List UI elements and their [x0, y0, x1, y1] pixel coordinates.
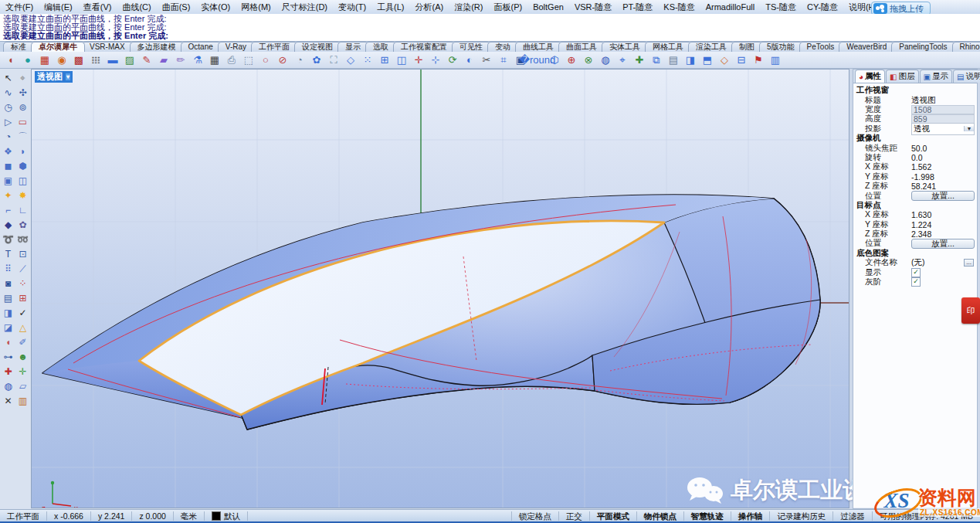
toolbar-icon[interactable]: ⊟	[733, 52, 750, 68]
toolbar-icon[interactable]: ⊗	[580, 52, 597, 68]
menu-item[interactable]: 查看(V)	[78, 2, 117, 12]
property-value[interactable]: 1.224	[911, 220, 931, 229]
toolbar-tab[interactable]: PanelingTools	[891, 42, 955, 52]
property-row[interactable]: 宽度 1508 ▼ ...	[856, 105, 975, 114]
tool-icon[interactable]: ✚	[1, 364, 15, 379]
tool-icon[interactable]: ▥	[15, 393, 30, 408]
toolbar-icon[interactable]: ◉	[53, 52, 70, 68]
panel-tab[interactable]: ◕ 属性	[855, 70, 885, 83]
menu-item[interactable]: BoltGen	[527, 2, 569, 12]
toolbar-icon[interactable]: ✂	[478, 52, 495, 68]
status-cell[interactable]: 智慧轨迹	[684, 511, 731, 521]
toolbar-tab[interactable]: VSR-MAX	[82, 42, 133, 52]
toolbar-icon[interactable]: ▨	[121, 52, 138, 68]
toolbar-tab[interactable]: 渲染工具	[688, 42, 734, 52]
toolbar-icon[interactable]: ▬	[104, 52, 121, 68]
tool-icon[interactable]: ▷	[1, 114, 15, 129]
toolbar-tab[interactable]: 变动	[487, 42, 518, 52]
browse-button[interactable]: ...	[964, 259, 974, 267]
tool-icon[interactable]: ⊚	[15, 100, 30, 114]
toolbar-icon[interactable]: ◨	[682, 52, 699, 68]
menu-item[interactable]: 实体(O)	[195, 2, 236, 12]
tool-icon[interactable]: ✕	[1, 393, 15, 408]
toolbar-tab[interactable]: 设定视图	[294, 42, 341, 52]
toolbar-icon[interactable]: ◇	[716, 52, 733, 68]
tool-icon[interactable]: ◖	[1, 335, 15, 349]
toolbar-icon[interactable]: ✛	[410, 52, 427, 68]
toolbar-icon[interactable]: ✎	[138, 52, 155, 68]
property-row[interactable]: Y 座标 1.224 ▼ ...	[856, 219, 975, 229]
toolbar-icon[interactable]: ⌗	[495, 52, 512, 68]
property-row[interactable]: 底色图案 ▼ ...	[856, 249, 975, 258]
tool-icon[interactable]: ➿	[15, 232, 30, 246]
toolbar-icon[interactable]: ⬒	[699, 52, 716, 68]
toolbar-tab[interactable]: WeaverBird	[839, 42, 894, 52]
toolbar-icon[interactable]: ▦	[36, 52, 53, 68]
toolbar-icon[interactable]: ✏	[172, 52, 189, 68]
toolbar-tab[interactable]: 标准	[3, 42, 34, 52]
toolbar-tab[interactable]: 5版功能	[759, 42, 802, 52]
property-row[interactable]: 镜头焦距 50.0 ▼ ...	[856, 143, 975, 152]
property-row[interactable]: Z 座标 58.241 ▼ ...	[856, 182, 975, 191]
tool-icon[interactable]: ▤	[1, 290, 15, 305]
property-row[interactable]: 位置 放置... ▼ ...	[856, 191, 975, 200]
menu-item[interactable]: 编辑(E)	[39, 2, 78, 12]
toolbar-icon[interactable]: ⟳	[444, 52, 461, 68]
toolbar-icon[interactable]: ✿	[308, 52, 325, 68]
property-value[interactable]: 放置...	[911, 191, 975, 201]
property-row[interactable]: 摄像机 ▼ ...	[856, 134, 975, 143]
tool-icon[interactable]: ✛	[15, 364, 30, 379]
toolbar-tab[interactable]: 曲线工具	[515, 42, 561, 52]
tool-icon[interactable]: ◗	[15, 144, 30, 158]
toolbar-tab[interactable]: 网格工具	[645, 42, 691, 52]
toolbar-icon[interactable]: ⎙	[223, 52, 240, 68]
tool-icon[interactable]: ↖	[1, 70, 15, 85]
tool-icon[interactable]: ⌐	[1, 202, 15, 217]
menu-item[interactable]: ArmadilloFull	[700, 2, 761, 12]
status-cell[interactable]: 物件锁点	[637, 511, 684, 521]
property-row[interactable]: X 座标 1.630 ▼ ...	[856, 210, 975, 219]
toolbar-icon[interactable]: ○	[257, 52, 274, 68]
status-cell[interactable]: y 2.241	[91, 511, 132, 521]
toolbar-icon[interactable]: ⛶	[325, 52, 342, 68]
menu-item[interactable]: 分析(A)	[410, 2, 449, 12]
tool-icon[interactable]: ❖	[1, 144, 15, 158]
toolbar-icon[interactable]: ◍	[597, 52, 614, 68]
tool-icon[interactable]: ✣	[15, 85, 30, 100]
tool-icon[interactable]: ▣	[1, 173, 15, 188]
toolbar-tab[interactable]: V-Ray	[218, 42, 254, 52]
menu-item[interactable]: TS-随意	[760, 2, 802, 12]
status-cell[interactable]: 默认	[205, 511, 248, 521]
status-cell[interactable]	[248, 511, 512, 521]
tool-icon[interactable]: △	[15, 320, 30, 335]
tool-icon[interactable]: ⌒	[15, 129, 30, 144]
toolbar-icon[interactable]: ◫	[393, 52, 410, 68]
property-row[interactable]: X 座标 1.562 ▼ ...	[856, 162, 975, 172]
property-row[interactable]: 显示 ✓ ▼ ...	[856, 267, 975, 277]
property-row[interactable]: Z 座标 2.348 ▼ ...	[856, 229, 975, 239]
panel-tab[interactable]: ▤ 说明	[953, 70, 980, 83]
panel-tab[interactable]: ▣ 显示	[920, 70, 952, 83]
tool-icon[interactable]: T	[1, 246, 15, 261]
tool-icon[interactable]: ◨	[1, 305, 15, 320]
property-value[interactable]: (无)	[911, 257, 964, 268]
tool-icon[interactable]: ⠿	[1, 261, 15, 276]
toolbar-icon[interactable]: �round	[529, 52, 546, 68]
toolbar-icon[interactable]: ▩	[70, 52, 87, 68]
surface-model[interactable]	[42, 147, 820, 430]
tool-icon[interactable]: ▱	[15, 379, 30, 393]
tool-icon[interactable]: ⊡	[15, 246, 30, 261]
menu-item[interactable]: VSR-随意	[569, 2, 617, 12]
toolbar-tab[interactable]: 卓尔谟犀牛	[31, 42, 85, 52]
menu-item[interactable]: PT-随意	[617, 2, 658, 12]
status-cell[interactable]: 操作轴	[731, 511, 771, 521]
property-value[interactable]: 58.241	[911, 182, 936, 191]
toolbar-tab[interactable]: 选取	[365, 42, 396, 52]
menu-item[interactable]: KS-随意	[658, 2, 700, 12]
status-cell[interactable]: x -0.666	[47, 511, 91, 521]
toolbar-icon[interactable]: ◇	[342, 52, 359, 68]
status-cell[interactable]: 记录建构历史	[770, 511, 833, 521]
tool-icon[interactable]: ◫	[15, 173, 30, 188]
toolbar-tab[interactable]: 曲面工具	[558, 42, 605, 52]
toolbar-icon[interactable]: ⚑	[750, 52, 767, 68]
